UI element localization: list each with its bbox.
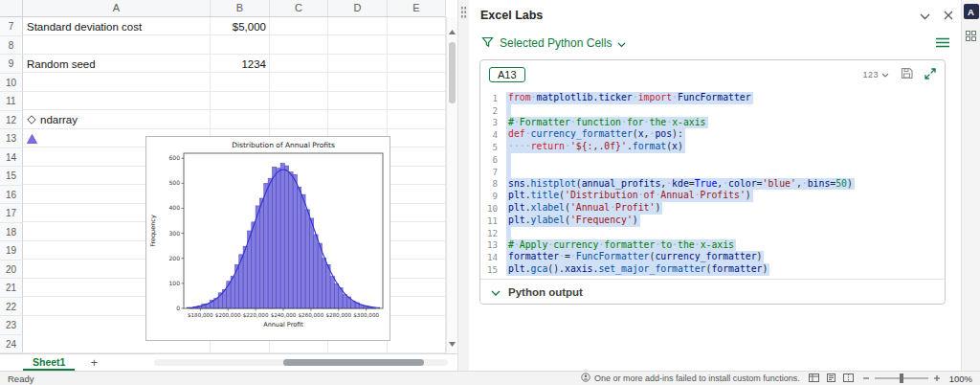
row-header-12[interactable]: 12	[0, 111, 23, 130]
zoom-in-button[interactable]	[933, 374, 941, 384]
code-line-2[interactable]: 2	[480, 104, 945, 117]
row-header-24[interactable]: 24	[0, 335, 23, 354]
zoom-slider[interactable]	[875, 377, 928, 379]
code-line-8[interactable]: 8sns.histplot(annual_profits,·kde=True,·…	[480, 178, 945, 191]
code-line-5[interactable]: 5····return·'${:,.0f}'.format(x)	[480, 141, 945, 153]
row-header-22[interactable]: 22	[0, 298, 23, 317]
scroll-down-button[interactable]	[449, 329, 456, 353]
chevron-down-icon[interactable]	[920, 7, 930, 24]
svg-text:500: 500	[169, 179, 181, 186]
column-header-D[interactable]: D	[328, 0, 388, 17]
cell-reference-box[interactable]: A13	[489, 67, 525, 82]
code-line-6[interactable]: 6	[480, 153, 945, 166]
zoom-out-button[interactable]	[862, 374, 870, 384]
svg-text:$280,000: $280,000	[325, 312, 351, 318]
svg-text:100: 100	[169, 280, 181, 286]
horizontal-scrollbar[interactable]	[154, 359, 448, 366]
line-number: 11	[480, 215, 506, 226]
code-line-text: plt.title('Distribution·of·Annual·Profit…	[506, 190, 753, 202]
output-chevron-icon[interactable]	[491, 286, 501, 298]
line-number: 10	[480, 203, 506, 214]
row-header-15[interactable]: 15	[0, 167, 23, 186]
code-line-text: def·currency_formatter(x,·pos):	[506, 128, 685, 141]
add-sheet-button[interactable]: +	[86, 356, 101, 370]
column-header-C[interactable]: C	[270, 0, 328, 17]
panel-splitter[interactable]	[457, 0, 469, 371]
python-output-section[interactable]: Python output	[480, 279, 945, 304]
row-header-20[interactable]: 20	[0, 260, 23, 280]
column-header-B[interactable]: B	[211, 0, 270, 17]
row-header-9[interactable]: 9	[0, 55, 23, 74]
filter-chevron-icon[interactable]	[617, 34, 626, 52]
cell-A12[interactable]: ndarray	[23, 111, 211, 130]
svg-text:$200,000: $200,000	[215, 312, 241, 318]
code-line-text: #·Formatter·function·for·the·x-axis	[506, 117, 708, 129]
row-header-7[interactable]: 7	[0, 17, 23, 36]
row-header-14[interactable]: 14	[0, 148, 23, 168]
page-break-view-button[interactable]	[843, 374, 854, 384]
svg-text:200: 200	[169, 255, 181, 261]
cell-text: $5,000	[233, 21, 266, 33]
sheet-tab-sheet1[interactable]: Sheet1	[23, 354, 75, 371]
code-line-15[interactable]: 15plt.gca().xaxis.set_major_formatter(fo…	[480, 263, 945, 276]
row-header-19[interactable]: 19	[0, 241, 23, 260]
code-line-10[interactable]: 10plt.xlabel('Annual·Profit')	[480, 202, 945, 215]
excel-labs-addin-icon[interactable]: A	[964, 4, 979, 19]
sheet-vertical-scrollbar[interactable]	[446, 17, 457, 353]
addin-warning-icon	[581, 373, 590, 384]
cell-text: Standard deviation cost	[27, 21, 142, 33]
row-header-8[interactable]: 8	[0, 36, 23, 56]
code-line-9[interactable]: 9plt.title('Distribution·of·Annual·Profi…	[480, 190, 945, 202]
cell-B7[interactable]: $5,000	[211, 17, 270, 36]
row-header-13[interactable]: 13	[0, 129, 23, 148]
column-header-E[interactable]: E	[388, 0, 446, 17]
scroll-up-button[interactable]	[449, 17, 456, 40]
save-icon[interactable]	[901, 66, 913, 83]
row-header-17[interactable]: 17	[0, 204, 23, 223]
cell-A7[interactable]: Standard deviation cost	[23, 17, 211, 36]
column-header-A[interactable]: A	[23, 0, 211, 17]
code-line-7[interactable]: 7	[480, 166, 945, 178]
code-line-text: ····return·'${:,.0f}'.format(x)	[506, 141, 685, 153]
row-header-16[interactable]: 16	[0, 186, 23, 205]
line-number: 8	[480, 178, 506, 189]
apps-grid-icon[interactable]	[964, 28, 979, 45]
zoom-level[interactable]: 100%	[949, 374, 972, 384]
row-header-18[interactable]: 18	[0, 223, 23, 242]
page-layout-view-button[interactable]	[826, 374, 836, 384]
code-line-1[interactable]: 1from·matplotlib.ticker·import·FuncForma…	[480, 92, 945, 104]
code-line-text	[506, 227, 511, 239]
close-icon[interactable]	[944, 7, 953, 24]
addin-warning-text: One or more add-ins failed to install cu…	[594, 374, 800, 383]
code-editor[interactable]: 1from·matplotlib.ticker·import·FuncForma…	[480, 89, 945, 279]
cell-A9[interactable]: Random seed	[23, 55, 211, 74]
horizontal-scroll-thumb[interactable]	[283, 359, 424, 366]
row-headers: 789101112131415161718192021222324	[0, 17, 23, 353]
cell-B9[interactable]: 1234	[211, 55, 270, 74]
code-line-12[interactable]: 12	[480, 227, 945, 239]
line-number: 13	[480, 239, 506, 250]
embedded-chart[interactable]: Distribution of Annual Profits0100200300…	[145, 136, 390, 341]
selected-python-cells-dropdown[interactable]: Selected Python Cells	[500, 36, 612, 50]
number-format-label: 123	[862, 70, 879, 79]
svg-text:$260,000: $260,000	[299, 312, 324, 318]
zoom-slider-thumb[interactable]	[900, 374, 903, 383]
row-header-21[interactable]: 21	[0, 279, 23, 298]
code-card-toolbar: A13 123	[480, 60, 945, 89]
vertical-scroll-thumb[interactable]	[449, 42, 456, 103]
code-line-3[interactable]: 3#·Formatter·function·for·the·x-axis	[480, 117, 945, 129]
row-header-11[interactable]: 11	[0, 92, 23, 111]
select-all-corner[interactable]	[0, 0, 23, 17]
code-line-14[interactable]: 14formatter·=·FuncFormatter(currency_for…	[480, 251, 945, 263]
menu-icon[interactable]	[936, 34, 949, 52]
splitter-handle-icon[interactable]	[460, 6, 467, 18]
code-line-13[interactable]: 13#·Apply·currency·formatter·to·the·x-ax…	[480, 239, 945, 252]
number-format-dropdown[interactable]: 123	[862, 70, 889, 79]
code-line-4[interactable]: 4def·currency_formatter(x,·pos):	[480, 128, 945, 141]
row-header-10[interactable]: 10	[0, 74, 23, 93]
expand-icon[interactable]	[924, 66, 936, 83]
normal-view-button[interactable]	[809, 374, 819, 384]
row-header-23[interactable]: 23	[0, 316, 23, 335]
code-line-11[interactable]: 11plt.ylabel('Frequency')	[480, 215, 945, 227]
chart-thumbnail-icon	[27, 134, 37, 144]
